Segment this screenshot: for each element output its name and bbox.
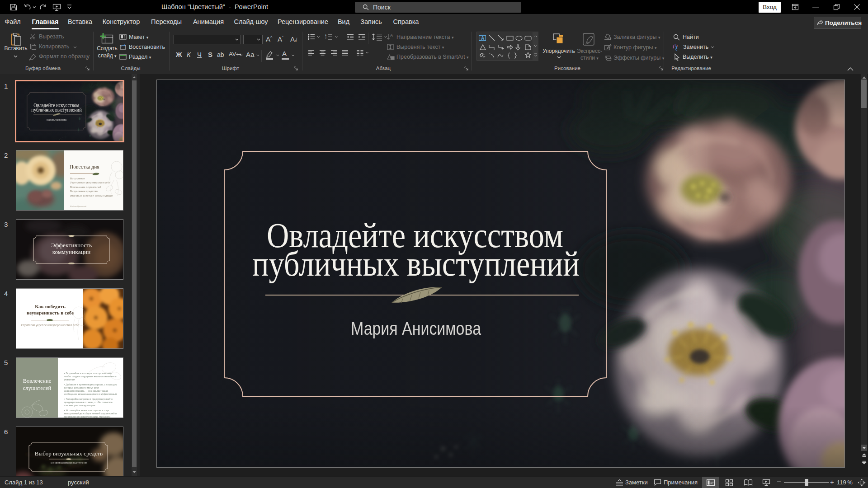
svg-text:2: 2 [325,36,326,39]
svg-text:А: А [481,36,484,41]
svg-text:Эффективность: Эффективность [51,242,92,249]
svg-text:коммуникации: коммуникации [52,249,91,255]
svg-text:А: А [390,33,393,38]
svg-text:Тренировка навыков выступления: Тренировка навыков выступления [50,461,88,464]
svg-text:Выбор визуальных средств: Выбор визуальных средств [35,450,103,457]
